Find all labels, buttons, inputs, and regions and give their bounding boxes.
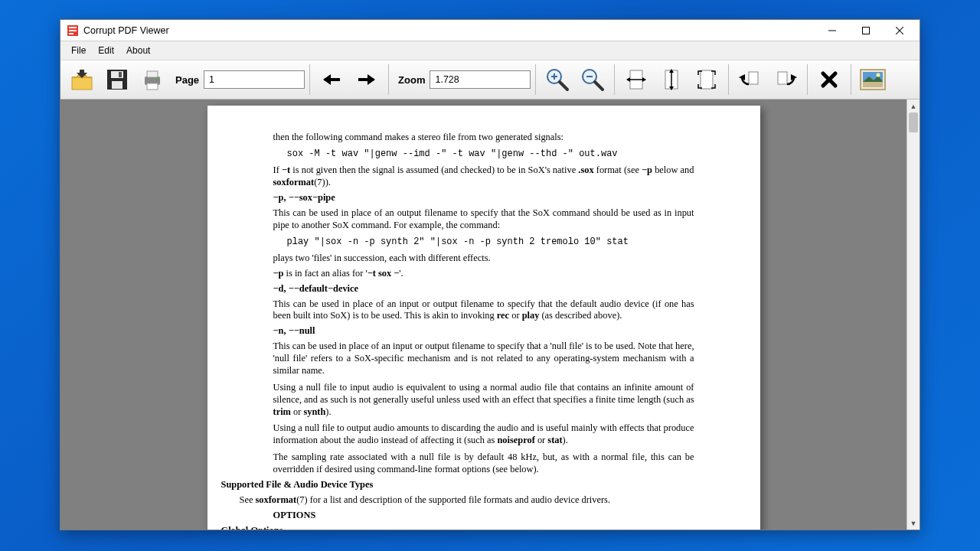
menu-edit[interactable]: Edit (92, 43, 120, 58)
svg-line-28 (595, 82, 603, 90)
doc-text: This can be used in place of an input or… (273, 341, 694, 377)
svg-point-49 (877, 73, 880, 77)
doc-text: If −t is not given then the signal is as… (273, 165, 694, 189)
titlebar[interactable]: Corrupt PDF Viewer (60, 20, 920, 41)
svg-marker-20 (323, 74, 331, 85)
svg-rect-42 (778, 72, 787, 84)
svg-marker-33 (626, 77, 630, 82)
svg-rect-17 (147, 83, 158, 90)
zoom-out-button[interactable] (576, 63, 609, 96)
svg-marker-22 (368, 74, 375, 85)
close-button[interactable] (883, 20, 916, 41)
doc-text: −p is in fact an alias for '−t sox −'. (273, 268, 694, 280)
pdf-page: then the following command makes a stere… (207, 106, 760, 530)
scroll-thumb[interactable] (909, 112, 918, 132)
svg-rect-14 (119, 72, 122, 77)
section-heading: Supported File & Audio Device Types (221, 479, 694, 491)
zoom-label: Zoom (398, 74, 425, 86)
section-heading: OPTIONS (273, 510, 694, 522)
zoom-in-button[interactable] (541, 63, 574, 96)
svg-rect-1 (69, 27, 77, 28)
option-heading: −d, −−default−device (273, 283, 694, 295)
window-title: Corrupt PDF Viewer (83, 25, 169, 36)
page-input[interactable] (204, 70, 305, 89)
app-icon (67, 24, 79, 37)
svg-rect-3 (69, 33, 74, 34)
vertical-scrollbar[interactable]: ▲ ▼ (906, 99, 920, 530)
zoom-input[interactable] (430, 70, 531, 89)
desktop-background: Corrupt PDF Viewer File Edit About Page (0, 0, 980, 551)
prev-page-button[interactable] (315, 63, 348, 96)
fit-page-button[interactable] (690, 63, 724, 96)
svg-point-18 (156, 78, 158, 80)
doc-text: See soxformat(7) for a list and descript… (240, 494, 694, 507)
scroll-down-icon[interactable]: ▼ (907, 517, 920, 530)
doc-text: Using a null file to input audio is equi… (273, 382, 694, 419)
rotate-right-button[interactable] (769, 63, 802, 96)
open-button[interactable] (65, 63, 99, 96)
svg-line-24 (560, 82, 567, 90)
doc-text: plays two 'files' in succession, each wi… (273, 253, 694, 265)
page-label: Page (175, 74, 199, 86)
menubar: File Edit About (60, 41, 920, 60)
option-heading: −n, −−null (273, 325, 694, 337)
doc-text: Using a null file to output audio amount… (273, 422, 694, 447)
clear-button[interactable] (812, 63, 846, 96)
svg-rect-16 (147, 71, 158, 77)
svg-rect-5 (863, 27, 870, 34)
picture-button[interactable] (856, 63, 890, 96)
rotate-left-button[interactable] (733, 63, 767, 96)
doc-text: This can be used in place of an input or… (273, 298, 694, 323)
svg-rect-13 (112, 81, 122, 89)
document-viewport: then the following command makes a stere… (60, 99, 920, 530)
scroll-track[interactable] (907, 112, 920, 517)
svg-rect-40 (749, 72, 758, 84)
option-heading: −p, −−sox−pipe (273, 192, 694, 204)
menu-about[interactable]: About (120, 43, 156, 58)
svg-rect-2 (69, 30, 77, 31)
maximize-button[interactable] (849, 20, 883, 41)
section-heading: Global Options (221, 525, 694, 530)
app-window: Corrupt PDF Viewer File Edit About Page (60, 19, 920, 530)
svg-marker-34 (642, 77, 646, 82)
menu-file[interactable]: File (65, 43, 92, 58)
doc-code: play "|sox -n -p synth 2" "|sox -n -p sy… (287, 236, 694, 248)
fit-height-button[interactable] (655, 63, 688, 96)
page-area[interactable]: then the following command makes a stere… (60, 99, 906, 530)
svg-rect-39 (701, 70, 713, 89)
print-button[interactable] (136, 63, 169, 96)
minimize-button[interactable] (815, 20, 849, 41)
doc-text: then the following command makes a stere… (273, 132, 694, 144)
fit-width-button[interactable] (619, 63, 653, 96)
save-button[interactable] (100, 63, 134, 96)
next-page-button[interactable] (350, 63, 384, 96)
toolbar: Page Zoom (60, 60, 920, 99)
scroll-up-icon[interactable]: ▲ (907, 99, 920, 112)
svg-rect-8 (72, 77, 92, 90)
doc-text: The sampling rate associated with a null… (273, 452, 694, 476)
svg-rect-50 (863, 82, 883, 87)
doc-code: sox -M -t wav "|genw --imd -" -t wav "|g… (287, 148, 694, 160)
doc-text: This can be used in place of an output f… (273, 207, 694, 232)
